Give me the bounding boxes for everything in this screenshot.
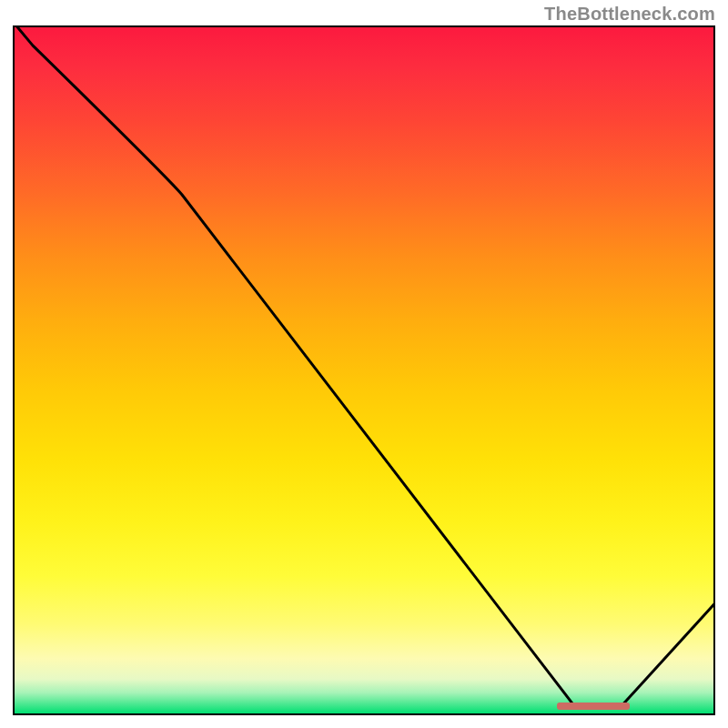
chart-curve-svg	[15, 27, 713, 713]
optimal-range-marker	[557, 703, 630, 710]
bottleneck-curve-path	[15, 27, 713, 704]
watermark-text: TheBottleneck.com	[544, 4, 715, 25]
bottleneck-chart	[13, 25, 715, 715]
